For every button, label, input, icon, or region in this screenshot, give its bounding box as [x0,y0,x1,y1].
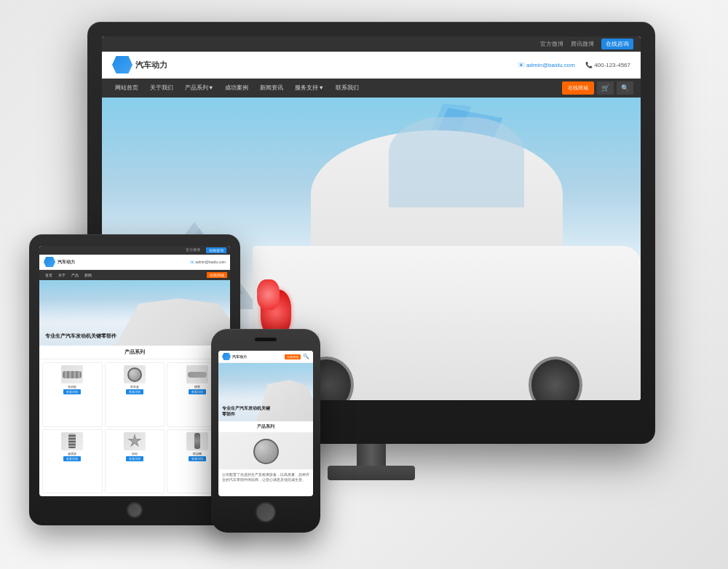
tablet-product-img-5 [124,432,146,450]
tablet-nav-products[interactable]: 产品 [68,273,82,277]
phone-section-title: 产品系列 [218,421,313,433]
tablet: 官方微博 在线咨询 汽车动力 📧 admin@baidu.com 首页 关于 产… [29,234,240,525]
scene: 官方微博 腾讯微博 在线咨询 汽车动力 📧 admin@baidu.com [0,0,728,569]
tablet-online[interactable]: 在线咨询 [206,247,226,253]
monitor-stand [328,444,415,480]
contact-phone: 📞 400-123-4567 [585,62,630,68]
tablet-nav-cta[interactable]: 在线商城 [207,272,227,278]
qq-weibo-link[interactable]: 腾讯微博 [571,40,594,48]
phone-frame: 汽车动力 在线商城 🔍 专业生产汽车发动机关键零部件 产品系列 公司配置了先进的… [211,329,320,533]
tablet-product-img-4 [61,432,83,450]
coil-icon [68,434,76,448]
cart-icon[interactable]: 🛒 [597,81,614,95]
tablet-website: 官方微博 在线咨询 汽车动力 📧 admin@baidu.com 首页 关于 产… [39,246,230,496]
nav-cta[interactable]: 在线商城 [562,81,594,95]
tablet-screen: 官方微博 在线咨询 汽车动力 📧 admin@baidu.com 首页 关于 产… [39,246,230,496]
tablet-product-name-1: 传动链 [68,385,76,389]
tablet-nav-home[interactable]: 首页 [42,273,55,277]
monitor-stand-base [328,466,415,480]
nav-service[interactable]: 服务支持▼ [289,79,329,98]
site-header: 汽车动力 📧 admin@baidu.com 📞 400-123-4567 [102,52,641,79]
tablet-products-grid: 传动链 查看详情 刹车盘 查看详情 [39,359,230,496]
phone-header: 汽车动力 在线商城 🔍 [218,351,313,363]
tablet-logo-icon [44,257,55,267]
tablet-product-name-2: 刹车盘 [130,385,139,389]
tablet-weibo[interactable]: 官方微博 [186,247,200,253]
tablet-contact: 📧 admin@baidu.com [190,260,226,264]
phone-speaker [255,338,277,341]
tablet-hero-text: 专业生产汽车发动机关键零部件 [45,333,116,340]
nav-home[interactable]: 网站首页 [109,79,144,98]
phone-search-icon[interactable]: 🔍 [303,354,309,359]
tablet-product-img-3 [186,365,208,383]
site-topbar: 官方微博 腾讯微博 在线咨询 [102,36,641,52]
tablet-product-btn-3[interactable]: 查看详情 [189,389,206,394]
phone-product-icon [253,439,279,464]
gear-icon [127,434,142,448]
phone-logo-icon [222,353,231,360]
phone-logo-text: 汽车动力 [232,354,247,359]
logo-icon [112,56,132,73]
tablet-hero: 专业生产汽车发动机关键零部件 [39,280,230,346]
phone-screen: 汽车动力 在线商城 🔍 专业生产汽车发动机关键零部件 产品系列 公司配置了先进的… [218,351,313,496]
car-taillights-2 [257,279,280,310]
tablet-product-5[interactable]: 齿轮 查看详情 [105,429,165,494]
car-windshield [389,117,524,207]
phone-hero: 专业生产汽车发动机关键零部件 [218,363,313,421]
tablet-section-title: 产品系列 [39,346,230,359]
tablet-product-name-4: 减震器 [68,452,76,455]
tablet-product-btn-6[interactable]: 查看详情 [189,456,206,461]
phone-hero-title: 专业生产汽车发动机关键零部件 [222,406,270,418]
chain-icon [63,371,82,378]
tablet-logo-text: 汽车动力 [58,259,75,266]
tablet-product-name-5: 齿轮 [132,452,138,455]
tablet-hero-title: 专业生产汽车发动机关键零部件 [45,333,116,340]
nav-news[interactable]: 新闻资讯 [254,79,289,98]
phone-description: 公司配置了先进的生产及检测设备，以高质量、品种齐全的汽车零部件供应商，让您心满意… [218,469,313,496]
search-icon[interactable]: 🔍 [617,81,633,95]
tablet-nav-about[interactable]: 关于 [55,273,68,277]
tablet-product-btn-4[interactable]: 查看详情 [63,456,81,461]
weibo-link[interactable]: 官方微博 [540,40,563,48]
tablet-nav: 首页 关于 产品 新闻 在线商城 [39,270,230,280]
contact-email: 📧 admin@baidu.com [518,62,575,68]
nav-about[interactable]: 关于我们 [144,79,179,98]
phone: 汽车动力 在线商城 🔍 专业生产汽车发动机关键零部件 产品系列 公司配置了先进的… [211,329,320,533]
site-nav: 网站首页 关于我们 产品系列▼ 成功案例 新闻资讯 服务支持▼ 联系我们 在线商… [102,79,641,98]
injector-icon [194,433,200,449]
tablet-product-4[interactable]: 减震器 查看详情 [42,429,103,494]
nav-contact[interactable]: 联系我们 [330,79,365,98]
phone-home-button[interactable] [256,502,276,522]
nav-products[interactable]: 产品系列▼ [179,79,219,98]
monitor-stand-neck [357,444,386,466]
site-contact: 📧 admin@baidu.com 📞 400-123-4567 [518,62,630,68]
tablet-home-button[interactable] [127,502,143,518]
tablet-header: 汽车动力 📧 admin@baidu.com [39,255,230,270]
phone-product-visual [218,433,313,469]
site-logo-text: 汽车动力 [135,60,167,71]
nav-cases[interactable]: 成功案例 [219,79,254,98]
tablet-product-img-1 [61,365,83,383]
tablet-product-btn-1[interactable]: 查看详情 [63,389,81,394]
tablet-product-img-2 [124,365,146,383]
phone-cta[interactable]: 在线商城 [285,354,301,359]
tablet-frame: 官方微博 在线咨询 汽车动力 📧 admin@baidu.com 首页 关于 产… [29,234,240,525]
tablet-product-1[interactable]: 传动链 查看详情 [42,362,103,427]
tablet-nav-news[interactable]: 新闻 [82,273,95,277]
tablet-product-2[interactable]: 刹车盘 查看详情 [105,362,165,427]
tablet-product-img-6 [186,432,208,450]
tablet-topbar: 官方微博 在线咨询 [39,246,230,255]
arm-icon [188,372,207,378]
tablet-product-btn-2[interactable]: 查看详情 [126,389,143,394]
tablet-product-name-3: 摆臂 [194,385,200,389]
phone-website: 汽车动力 在线商城 🔍 专业生产汽车发动机关键零部件 产品系列 公司配置了先进的… [218,351,313,496]
tablet-product-btn-5[interactable]: 查看详情 [126,456,143,461]
online-consult-link[interactable]: 在线咨询 [601,39,633,49]
disc-icon [127,367,142,382]
site-logo: 汽车动力 [112,56,167,73]
tablet-product-name-6: 喷油嘴 [193,452,202,455]
